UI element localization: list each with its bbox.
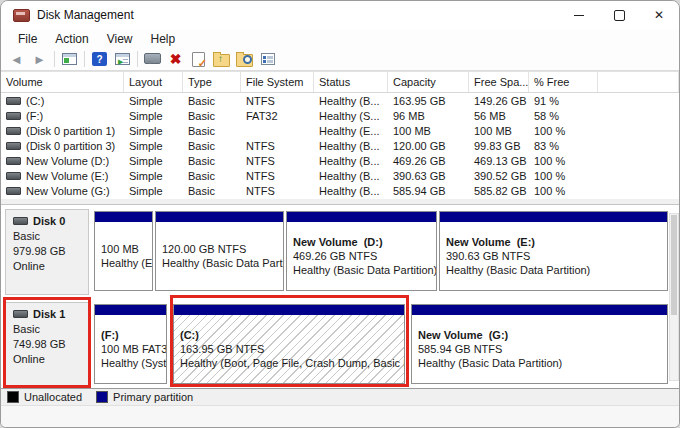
find-folder-icon[interactable]	[233, 49, 256, 69]
column-header-free-spa-[interactable]: Free Spa...	[469, 72, 529, 92]
close-button[interactable]: ✕	[639, 1, 679, 29]
menu-item-view[interactable]: View	[98, 30, 142, 48]
column-header-filler	[598, 72, 679, 92]
volume-row[interactable]: New Volume (D:)SimpleBasicNTFSHealthy (B…	[1, 153, 679, 168]
disk-management-window: Disk Management ✕ FileActionViewHelp ◄ ►…	[0, 0, 680, 428]
volume-cell: 99.83 GB	[469, 138, 529, 153]
menu-item-file[interactable]: File	[9, 30, 46, 48]
volume-cell: 390.63 GB	[388, 168, 469, 183]
status-bar	[1, 405, 680, 428]
partition-block[interactable]: New Volume (G:)585.94 GB NTFSHealthy (Ba…	[411, 304, 668, 384]
volume-cell	[598, 123, 679, 138]
partition-size: 390.63 GB NTFS	[440, 249, 667, 263]
menu-item-help[interactable]: Help	[142, 30, 185, 48]
volume-cell: 83 %	[529, 138, 598, 153]
partition-status: Healthy (Basic Data Partition)	[440, 263, 667, 277]
disk-size: 749.98 GB	[13, 337, 88, 352]
partition-title: New Volume (E:)	[440, 235, 667, 249]
disk-label-disk0[interactable]: Disk 0Basic979.98 GBOnline	[5, 209, 89, 295]
drive-icon	[6, 172, 21, 180]
validate-document-icon[interactable]	[187, 49, 210, 69]
disk-icon	[13, 217, 28, 225]
volume-row[interactable]: (Disk 0 partition 1)SimpleBasicHealthy (…	[1, 123, 679, 138]
show-action-pane-icon[interactable]: ▶	[111, 49, 134, 69]
partition-area: (F:)100 MB FAT32Healthy (System(C:)163.9…	[91, 302, 667, 388]
volume-row[interactable]: (Disk 0 partition 3)SimpleBasicNTFSHealt…	[1, 138, 679, 153]
volume-cell: Healthy (B...	[314, 153, 388, 168]
volume-cell: FAT32	[241, 108, 314, 123]
volume-cell: NTFS	[241, 153, 314, 168]
legend-swatch	[96, 391, 108, 403]
back-icon[interactable]: ◄	[5, 49, 28, 69]
partition-block[interactable]: (F:)100 MB FAT32Healthy (System	[94, 304, 167, 384]
partition-color-strip	[440, 212, 667, 222]
volume-cell: Healthy (B...	[314, 93, 388, 108]
volume-cell	[598, 138, 679, 153]
open-folder-icon[interactable]: ↑	[210, 49, 233, 69]
drive-icon	[6, 112, 21, 120]
partition-color-strip	[95, 305, 166, 315]
volume-row[interactable]: New Volume (G:)SimpleBasicNTFSHealthy (B…	[1, 183, 679, 198]
partition-title: New Volume (G:)	[412, 328, 667, 342]
drive-icon	[6, 187, 21, 195]
disk-row-disk0: Disk 0Basic979.98 GBOnline100 MBHealthy …	[5, 209, 667, 295]
partition-block[interactable]: New Volume (D:)469.26 GB NTFSHealthy (Ba…	[286, 211, 437, 291]
scrollbar-thumb[interactable]	[671, 215, 677, 315]
volume-cell: 100 MB	[469, 123, 529, 138]
volume-cell: Simple	[124, 168, 183, 183]
volume-cell: Healthy (S...	[314, 108, 388, 123]
disk-status: Online	[13, 259, 88, 274]
screen-tip-icon[interactable]	[141, 49, 164, 69]
partition-body: (F:)100 MB FAT32Healthy (System	[95, 315, 166, 383]
volume-cell: 163.95 GB	[388, 93, 469, 108]
volume-cell: Basic	[183, 153, 241, 168]
partition-size: 100 MB	[95, 242, 152, 256]
volume-row[interactable]: New Volume (E:)SimpleBasicNTFSHealthy (B…	[1, 168, 679, 183]
volume-cell: 390.52 GB	[469, 168, 529, 183]
column-header-capacity[interactable]: Capacity	[388, 72, 469, 92]
partition-area: 100 MBHealthy (E120.00 GB NTFSHealthy (B…	[91, 209, 667, 295]
partition-body: New Volume (G:)585.94 GB NTFSHealthy (Ba…	[412, 315, 667, 383]
volume-cell	[598, 93, 679, 108]
legend-swatch	[7, 391, 19, 403]
partition-color-strip	[412, 305, 667, 315]
column-header-layout[interactable]: Layout	[124, 72, 183, 92]
minimize-button[interactable]	[559, 1, 599, 29]
column-header-type[interactable]: Type	[183, 72, 241, 92]
partition-block[interactable]: 100 MBHealthy (E	[94, 211, 153, 291]
forward-icon[interactable]: ►	[28, 49, 51, 69]
volume-cell: 96 MB	[388, 108, 469, 123]
column-header-volume[interactable]: Volume	[1, 72, 124, 92]
volume-cell: Simple	[124, 108, 183, 123]
help-icon[interactable]: ?	[88, 49, 111, 69]
table-header-row: VolumeLayoutTypeFile SystemStatusCapacit…	[1, 72, 679, 93]
volume-cell: NTFS	[241, 138, 314, 153]
volume-list: VolumeLayoutTypeFile SystemStatusCapacit…	[1, 71, 679, 199]
legend-bar: UnallocatedPrimary partition	[1, 389, 680, 405]
volume-cell: (C:)	[1, 93, 124, 108]
volume-cell: New Volume (D:)	[1, 153, 124, 168]
drive-icon	[6, 127, 21, 135]
volume-cell	[598, 183, 679, 198]
disk-label-disk1[interactable]: Disk 1Basic749.98 GBOnline	[5, 302, 89, 388]
column-header-status[interactable]: Status	[314, 72, 388, 92]
partition-block-selected[interactable]: (C:)163.95 GB NTFSHealthy (Boot, Page Fi…	[173, 304, 405, 384]
menu-item-action[interactable]: Action	[46, 30, 97, 48]
partition-block[interactable]: New Volume (E:)390.63 GB NTFSHealthy (Ba…	[439, 211, 668, 291]
partition-block[interactable]: 120.00 GB NTFSHealthy (Basic Data Partit…	[155, 211, 284, 291]
volume-row[interactable]: (C:)SimpleBasicNTFSHealthy (B...163.95 G…	[1, 93, 679, 108]
volume-cell: Simple	[124, 138, 183, 153]
volume-cell	[598, 153, 679, 168]
partition-title: (F:)	[95, 328, 166, 342]
column-header--free[interactable]: % Free	[529, 72, 598, 92]
vertical-scrollbar[interactable]	[669, 213, 679, 381]
show-console-tree-icon[interactable]	[58, 49, 81, 69]
partition-body: New Volume (D:)469.26 GB NTFSHealthy (Ba…	[287, 222, 436, 290]
properties-icon[interactable]	[256, 49, 279, 69]
volume-row[interactable]: (F:)SimpleBasicFAT32Healthy (S...96 MB56…	[1, 108, 679, 123]
column-header-file-system[interactable]: File System	[241, 72, 314, 92]
delete-icon[interactable]: ✖	[164, 49, 187, 69]
volume-cell: 585.82 GB	[469, 183, 529, 198]
volume-cell: 100 %	[529, 168, 598, 183]
maximize-button[interactable]	[599, 1, 639, 29]
